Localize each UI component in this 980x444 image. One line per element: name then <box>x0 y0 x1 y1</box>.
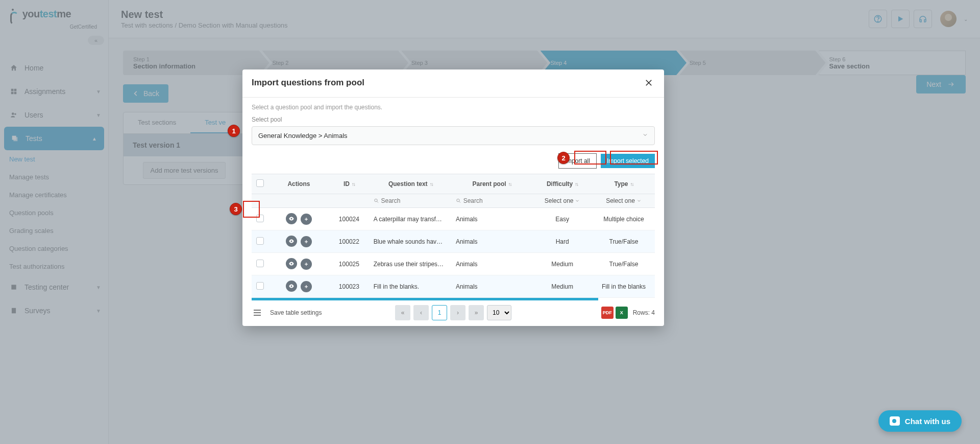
cell-parent: Animals <box>452 208 532 230</box>
cell-question: Fill in the blanks. <box>370 275 452 298</box>
table-settings-icon[interactable] <box>252 308 263 318</box>
cell-parent: Animals <box>452 253 532 275</box>
cell-question: A caterpillar may transf… <box>370 208 452 230</box>
search-parent-input[interactable] <box>456 197 528 204</box>
sort-icon: ↑↓ <box>630 181 633 187</box>
cell-parent: Animals <box>452 275 532 298</box>
difficulty-filter[interactable]: Select one <box>545 197 580 204</box>
preview-icon[interactable] <box>286 213 297 224</box>
save-table-settings[interactable]: Save table settings <box>270 309 322 316</box>
svg-point-11 <box>457 199 459 201</box>
import-questions-modal: Import questions from pool Select a ques… <box>242 69 664 326</box>
preview-icon[interactable] <box>286 236 297 247</box>
cell-id: 100023 <box>329 275 370 298</box>
cell-id: 100025 <box>329 253 370 275</box>
col-actions: Actions <box>269 174 329 194</box>
annotation-callout-2: 2 <box>557 152 570 164</box>
cell-id: 100022 <box>329 230 370 253</box>
cell-difficulty: Medium <box>532 275 593 298</box>
close-button[interactable] <box>643 77 655 89</box>
chat-label: Chat with us <box>905 417 950 426</box>
chevron-down-icon <box>642 132 648 139</box>
svg-point-10 <box>374 199 377 201</box>
add-icon[interactable] <box>301 236 312 247</box>
table-row: 100025 Zebras use their stripes… Animals… <box>252 253 655 275</box>
annotation-callout-1: 1 <box>228 125 240 137</box>
prev-page-button[interactable]: ‹ <box>413 305 429 320</box>
chat-widget[interactable]: Chat with us <box>878 410 962 432</box>
annotation-callout-3: 3 <box>230 203 242 215</box>
cell-difficulty: Hard <box>532 230 593 253</box>
modal-title: Import questions from pool <box>252 78 364 88</box>
page-1-button[interactable]: 1 <box>432 305 447 320</box>
cell-type: True/False <box>593 253 655 275</box>
search-question-input[interactable] <box>374 197 448 204</box>
import-selected-button[interactable]: Import selected <box>601 154 655 168</box>
next-page-button[interactable]: › <box>450 305 465 320</box>
pool-label: Select pool <box>252 116 655 123</box>
cell-id: 100024 <box>329 208 370 230</box>
select-all-checkbox[interactable] <box>256 179 264 187</box>
col-id[interactable]: ID↑↓ <box>329 174 370 194</box>
col-difficulty[interactable]: Difficulty↑↓ <box>532 174 593 194</box>
export-excel-icon[interactable]: X <box>616 307 628 319</box>
pool-select[interactable]: General Knowledge > Animals <box>252 126 655 145</box>
last-page-button[interactable]: » <box>469 305 484 320</box>
col-question[interactable]: Question text↑↓ <box>370 174 452 194</box>
sort-icon: ↑↓ <box>508 181 511 187</box>
add-icon[interactable] <box>301 281 312 292</box>
cell-type: Fill in the blanks <box>593 275 655 298</box>
col-parent[interactable]: Parent pool↑↓ <box>452 174 532 194</box>
preview-icon[interactable] <box>286 258 297 269</box>
table-row: 100023 Fill in the blanks. Animals Mediu… <box>252 275 655 298</box>
modal-info: Select a question pool and import the qu… <box>252 98 655 116</box>
row-checkbox[interactable] <box>256 282 264 290</box>
pool-select-value: General Knowledge > Animals <box>258 132 348 139</box>
chat-icon <box>890 416 900 426</box>
row-checkbox[interactable] <box>256 215 264 222</box>
cell-parent: Animals <box>452 230 532 253</box>
rows-count: Rows: 4 <box>633 309 655 316</box>
row-checkbox[interactable] <box>256 260 264 267</box>
table-row: 100024 A caterpillar may transf… Animals… <box>252 208 655 230</box>
cell-type: True/False <box>593 230 655 253</box>
preview-icon[interactable] <box>286 281 297 292</box>
cell-question: Zebras use their stripes… <box>370 253 452 275</box>
page-size-select[interactable]: 10 <box>487 305 511 320</box>
sort-icon: ↑↓ <box>352 181 355 187</box>
table-row: 100022 Blue whale sounds hav… Animals Ha… <box>252 230 655 253</box>
first-page-button[interactable]: « <box>395 305 410 320</box>
cell-difficulty: Medium <box>532 253 593 275</box>
sort-icon: ↑↓ <box>430 181 433 187</box>
add-icon[interactable] <box>301 214 312 225</box>
cell-type: Multiple choice <box>593 208 655 230</box>
add-icon[interactable] <box>301 259 312 270</box>
type-filter[interactable]: Select one <box>606 197 642 204</box>
export-pdf-icon[interactable]: PDF <box>601 307 614 319</box>
sort-icon: ↑↓ <box>575 181 578 187</box>
row-checkbox[interactable] <box>256 237 264 245</box>
questions-table: Actions ID↑↓ Question text↑↓ Parent pool… <box>252 174 655 298</box>
cell-question: Blue whale sounds hav… <box>370 230 452 253</box>
cell-difficulty: Easy <box>532 208 593 230</box>
pagination: « ‹ 1 › » 10 <box>395 305 511 320</box>
col-type[interactable]: Type↑↓ <box>593 174 655 194</box>
